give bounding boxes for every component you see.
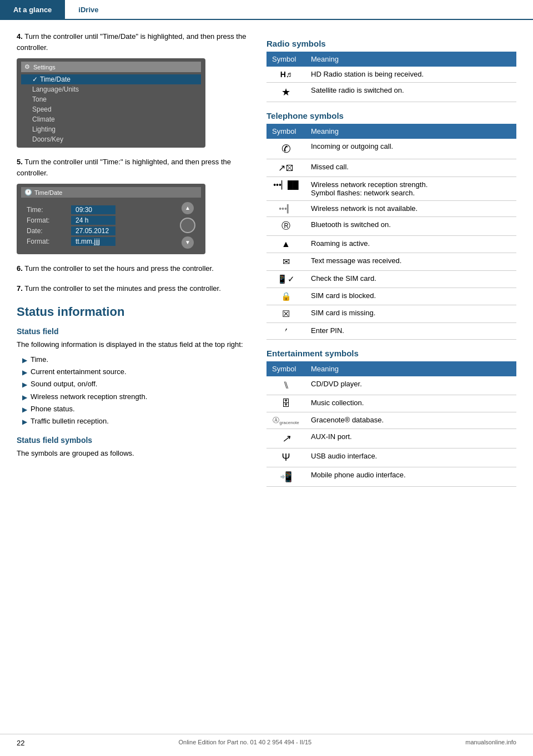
step-5: 5. Turn the controller until "Time:" is … [17, 157, 250, 254]
telephone-col-meaning: Meaning [305, 124, 516, 139]
ent-meaning-usb: USB audio interface. [305, 448, 516, 467]
step-7: 7. Turn the controller to set the minute… [17, 283, 250, 294]
tab-idrive[interactable]: iDrive [65, 0, 112, 19]
bullet-arrow-2: ▶ [22, 367, 27, 378]
table-row: 🔒 SIM card is blocked. [266, 288, 516, 305]
table-row: ☒ SIM card is missing. [266, 305, 516, 323]
gear-icon: ⚙ [24, 63, 30, 70]
tel-meaning-sms: Text message was received. [305, 253, 516, 271]
entertainment-table-header: Symbol Meaning [266, 361, 516, 376]
settings-item-climate: Climate [21, 114, 201, 124]
tel-sym-call: ✆ [266, 139, 305, 159]
ent-sym-mobile: 📲 [266, 467, 305, 487]
radio-symbols-heading: Radio symbols [266, 39, 516, 48]
tel-sym-bluetooth: Ⓡ [266, 217, 305, 236]
tel-sym-sim-check: 📱✓ [266, 271, 305, 288]
step-4-number: 4. [17, 32, 23, 41]
telephone-col-symbol: Symbol [266, 124, 305, 139]
table-row: Ⓡ Bluetooth is switched on. [266, 217, 516, 236]
radio-sym-hd: H♬ [266, 67, 305, 83]
table-row: 🗄 Music collection. [266, 395, 516, 412]
timedate-row-time: Time: 09:30 [21, 205, 180, 214]
table-row: ✆ Incoming or outgoing call. [266, 139, 516, 159]
radio-meaning-hd: HD Radio station is being received. [305, 67, 516, 83]
list-item-phone: ▶ Phone status. [22, 403, 250, 415]
radio-symbols-table: Symbol Meaning H♬ HD Radio station is be… [266, 52, 516, 102]
tab-at-a-glance[interactable]: At a glance [0, 0, 65, 19]
main-content: 4. Turn the controller until "Time/Date"… [0, 20, 533, 507]
right-column: Radio symbols Symbol Meaning H♬ HD Radio… [266, 31, 516, 496]
settings-screen-mockup: ⚙ Settings ✓ Time/Date Language/Units To… [17, 58, 205, 148]
table-row: ↗ AUX-IN port. [266, 429, 516, 448]
ent-sym-usb: Ψ [266, 448, 305, 467]
status-field-symbols-subheading: Status field symbols [17, 436, 250, 445]
bullet-arrow-4: ▶ [22, 392, 27, 403]
ent-meaning-gracenote: Gracenote® database. [305, 412, 516, 429]
settings-title: Settings [33, 64, 56, 70]
table-row: H♬ HD Radio station is being received. [266, 67, 516, 83]
ent-meaning-aux: AUX-IN port. [305, 429, 516, 448]
radio-table-header: Symbol Meaning [266, 52, 516, 67]
settings-item-timedate: ✓ Time/Date [21, 74, 201, 84]
step-5-description: Turn the controller until "Time:" is hig… [17, 158, 231, 177]
ent-sym-music: 🗄 [266, 395, 305, 412]
tel-sym-sim-blocked: 🔒 [266, 288, 305, 305]
tel-sym-pin: ⎖ [266, 323, 305, 340]
settings-item-tone: Tone [21, 94, 201, 104]
step-4-text: 4. Turn the controller until "Time/Date"… [17, 31, 250, 53]
step-6: 6. Turn the controller to set the hours … [17, 263, 250, 274]
timedate-title-text: Time/Date [34, 189, 62, 196]
table-row: ⎖ Enter PIN. [266, 323, 516, 340]
timedate-row-format2: Format: tt.mm.jjjj [21, 237, 180, 246]
timedate-title-icon: 🕐 [24, 189, 32, 196]
controller-knob [180, 218, 195, 233]
step-6-text: 6. Turn the controller to set the hours … [17, 263, 250, 274]
table-row: ↗⛝ Missed call. [266, 159, 516, 177]
status-field-list: ▶ Time. ▶ Current entertainment source. … [22, 354, 250, 428]
tel-sym-sim-missing: ☒ [266, 305, 305, 323]
tel-meaning-roaming: Roaming is active. [305, 236, 516, 253]
tel-meaning-strength: Wireless network reception strength.Symb… [305, 177, 516, 201]
telephone-symbols-heading: Telephone symbols [266, 111, 516, 120]
step-5-number: 5. [17, 158, 23, 166]
entertainment-symbols-table: Symbol Meaning ⑊ CD/DVD player. 🗄 Music … [266, 361, 516, 487]
settings-item-speed: Speed [21, 104, 201, 114]
footer-online-text: Online Edition for Part no. 01 40 2 954 … [179, 739, 312, 747]
step-4-description: Turn the controller until "Time/Date" is… [17, 32, 246, 52]
tel-sym-strength: •••▏██ [266, 177, 305, 201]
step-5-text: 5. Turn the controller until "Time:" is … [17, 157, 250, 178]
table-row: ⑊ CD/DVD player. [266, 376, 516, 395]
ent-sym-cd: ⑊ [266, 376, 305, 395]
ent-meaning-cd: CD/DVD player. [305, 376, 516, 395]
table-row: ✉ Text message was received. [266, 253, 516, 271]
bullet-arrow-1: ▶ [22, 355, 27, 366]
radio-col-meaning: Meaning [305, 52, 516, 67]
list-item-wireless: ▶ Wireless network reception strength. [22, 391, 250, 403]
nav-up-arrow[interactable]: ▲ [182, 202, 194, 214]
entertainment-symbols-heading: Entertainment symbols [266, 349, 516, 358]
status-field-intro: The following information is displayed i… [17, 339, 250, 350]
footer: 22 Online Edition for Part no. 01 40 2 9… [0, 734, 533, 747]
settings-title-bar: ⚙ Settings [21, 62, 201, 72]
tel-sym-no-network: •••▎ [266, 201, 305, 217]
tel-sym-roaming: ▲ [266, 236, 305, 253]
status-information-heading: Status information [17, 305, 250, 319]
radio-col-symbol: Symbol [266, 52, 305, 67]
status-field-symbols-text: The symbols are grouped as follows. [17, 448, 250, 459]
settings-item-lighting: Lighting [21, 124, 201, 134]
tel-meaning-pin: Enter PIN. [305, 323, 516, 340]
bullet-arrow-6: ▶ [22, 416, 27, 427]
telephone-symbols-table: Symbol Meaning ✆ Incoming or outgoing ca… [266, 124, 516, 340]
table-row: ▲ Roaming is active. [266, 236, 516, 253]
tel-meaning-no-network: Wireless network is not available. [305, 201, 516, 217]
settings-item-language: Language/Units [21, 84, 201, 94]
timedate-screen-mockup: 🕐 Time/Date Time: 09:30 Format: 24 h [17, 184, 205, 254]
left-column: 4. Turn the controller until "Time/Date"… [17, 31, 250, 496]
tel-meaning-call: Incoming or outgoing call. [305, 139, 516, 159]
list-item-traffic: ▶ Traffic bulletin reception. [22, 415, 250, 427]
table-row: •••▎ Wireless network is not available. [266, 201, 516, 217]
tel-meaning-sim-missing: SIM card is missing. [305, 305, 516, 323]
step-7-text: 7. Turn the controller to set the minute… [17, 283, 250, 294]
nav-down-arrow[interactable]: ▼ [182, 236, 194, 249]
timedate-title-bar: 🕐 Time/Date [21, 187, 201, 198]
